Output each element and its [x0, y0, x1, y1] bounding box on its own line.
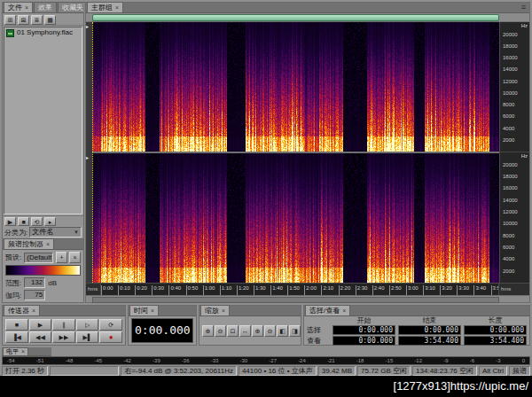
meter-scale-label: -48	[66, 357, 74, 364]
tab-levels[interactable]: 电平 ×	[3, 347, 28, 355]
meter-scale-label: -33	[211, 357, 219, 364]
level-meter[interactable]: -54-51-48-45-42-39-36-33-30-27-24-21-18-…	[2, 356, 530, 365]
column-header-start: 开始	[332, 317, 395, 324]
close-icon[interactable]: ×	[46, 240, 50, 248]
spectrogram-left-channel[interactable]	[92, 22, 499, 152]
record-button[interactable]: ●	[99, 331, 122, 343]
meter-scale-label: -36	[182, 357, 190, 364]
zoom-out-vertical-button[interactable]: ⊖	[264, 325, 276, 337]
freq-tick-label: 14000	[503, 66, 518, 72]
selection-start-field[interactable]: 0:00.000	[332, 325, 395, 335]
range-field[interactable]: 132	[24, 277, 45, 288]
zoom-out-horizontal-button[interactable]: ⊖	[215, 325, 226, 337]
pause-button[interactable]: ∥	[52, 319, 75, 331]
time-tick-label: 1:20	[237, 285, 249, 295]
preview-autoplay-button[interactable]: ▸	[44, 217, 56, 226]
panel-menu-icon[interactable]: ≡	[519, 3, 528, 12]
close-icon[interactable]: ×	[32, 307, 35, 315]
view-start-field[interactable]: 0:00.000	[332, 336, 395, 346]
tab-selection-view[interactable]: 选择/查看 ×	[305, 305, 350, 315]
view-length-field[interactable]: 3:54.400	[464, 336, 527, 346]
go-to-beginning-button[interactable]: ▐◀	[5, 331, 28, 343]
tab-zoom[interactable]: 缩放 ×	[200, 305, 230, 315]
fast-forward-button[interactable]: ▶▶	[52, 331, 75, 343]
time-ruler[interactable]: hms 0:000:100:200:300:400:501:001:101:20…	[86, 283, 529, 295]
gamma-label: 伽玛:	[5, 291, 21, 300]
file-list[interactable]: 01 Symphony.flac	[4, 27, 82, 214]
time-ruler-ticks[interactable]: 0:000:100:200:300:400:501:001:101:201:30…	[100, 284, 498, 295]
zoom-in-vertical-button[interactable]: ⊕	[252, 325, 263, 337]
freq-tick-label: 2000	[503, 137, 514, 143]
play-button[interactable]: ▶	[29, 319, 52, 331]
horizontal-scrollbar-handle[interactable]	[92, 297, 499, 303]
tab-effects[interactable]: 效果	[34, 2, 57, 12]
play-looped-button[interactable]: ⟳	[99, 319, 122, 331]
freq-tick-label: 12000	[503, 79, 518, 84]
playhead-cursor[interactable]	[92, 22, 93, 283]
zoom-full-button[interactable]: ⊡	[227, 325, 239, 337]
tab-transport[interactable]: 传送器 ×	[4, 305, 40, 315]
close-icon[interactable]: ×	[25, 4, 28, 12]
horizontal-overview-scrollbar[interactable]	[92, 14, 499, 21]
tab-favorites-label: 收藏夹	[62, 4, 83, 12]
time-tick-label: 0:50	[186, 285, 199, 295]
delete-preset-button[interactable]: ×	[69, 252, 81, 263]
status-file-size: 39.42 MB	[318, 366, 356, 376]
time-tick-label: 1:50	[287, 285, 300, 295]
preset-select[interactable]: (Default) ▼	[24, 253, 53, 263]
insert-into-cd-button[interactable]: ▦	[44, 15, 56, 25]
time-tick-label: 3:10	[423, 285, 435, 295]
rewind-button[interactable]: ◀◀	[29, 331, 52, 343]
close-icon[interactable]: ×	[21, 348, 25, 355]
preview-play-button[interactable]: ▶	[4, 217, 16, 226]
close-icon[interactable]: ×	[342, 307, 346, 315]
spectral-gradient-editor[interactable]	[5, 265, 81, 276]
tab-files[interactable]: 文件 ×	[4, 2, 33, 12]
sort-label: 分类为:	[4, 228, 27, 237]
freq-tick-label: 16000	[503, 55, 518, 60]
tab-main-group[interactable]: 主群组 ×	[87, 2, 123, 12]
preview-stop-button[interactable]: ■	[18, 217, 29, 226]
zoom-left-edge-button[interactable]: ◧	[277, 325, 288, 337]
insert-into-multitrack-button[interactable]: ≣	[31, 15, 43, 25]
selection-length-field[interactable]: 0:00.000	[464, 325, 527, 335]
transport-body: ■▶∥▷⟳ ▐◀◀◀▶▶▶▌●	[3, 316, 125, 345]
list-item[interactable]: 01 Symphony.flac	[4, 27, 82, 38]
zoom-buttons: ⊕⊖⊡↔⊕⊖◧◨	[202, 325, 298, 337]
tab-favorites[interactable]: 收藏夹	[58, 2, 88, 12]
sort-select[interactable]: 文件名 ▼	[29, 227, 82, 237]
play-from-cursor-button[interactable]: ▷	[76, 319, 99, 331]
close-file-button[interactable]: ⊠	[18, 15, 29, 25]
chevron-down-icon: ▼	[74, 228, 79, 237]
spectrogram-display[interactable]	[92, 22, 499, 283]
status-spacer	[50, 366, 119, 376]
preview-loop-button[interactable]: ⟲	[31, 217, 43, 226]
time-ruler-unit-right: hms	[498, 284, 529, 295]
levels-tabstrip: 电平 ×	[2, 347, 51, 356]
close-icon[interactable]: ×	[222, 307, 225, 315]
meter-scale-label: -12	[414, 357, 422, 364]
close-icon[interactable]: ×	[151, 307, 154, 315]
bottom-dock: 传送器 × ■▶∥▷⟳ ▐◀◀◀▶▶▶▌● 时间 × 0:00.000 缩放	[2, 305, 530, 346]
import-file-button[interactable]: ⊞	[4, 15, 16, 25]
save-preset-button[interactable]: +	[56, 252, 67, 263]
selection-end-field[interactable]: 0:00.000	[398, 325, 461, 335]
tab-spectral-controls[interactable]: 频谱控制器 ×	[4, 238, 54, 249]
tab-time[interactable]: 时间 ×	[129, 305, 159, 315]
zoom-to-selection-button[interactable]: ↔	[239, 325, 251, 337]
view-end-field[interactable]: 3:54.400	[398, 336, 461, 346]
spectral-controls-panel: 频谱控制器 × 预设: (Default) ▼ +× 范围: 132	[3, 238, 83, 302]
time-tick-label: 3:50	[491, 285, 498, 295]
frequency-ruler[interactable]: Hz 2000018000160001400012000100008000600…	[499, 22, 529, 283]
stop-button[interactable]: ■	[5, 319, 28, 331]
zoom-right-edge-button[interactable]: ◨	[289, 325, 301, 337]
horizontal-scrollbar-track[interactable]	[86, 295, 529, 302]
files-mini-toolbar: ▶■⟲▸	[3, 215, 83, 226]
time-display[interactable]: 0:00.000	[131, 318, 193, 343]
gamma-field[interactable]: 75	[24, 290, 45, 300]
close-icon[interactable]: ×	[115, 4, 119, 12]
tab-time-label: 时间	[134, 307, 148, 315]
zoom-in-horizontal-button[interactable]: ⊕	[202, 325, 214, 337]
spectrogram-right-channel[interactable]	[92, 153, 499, 283]
go-to-end-button[interactable]: ▶▌	[76, 331, 99, 343]
